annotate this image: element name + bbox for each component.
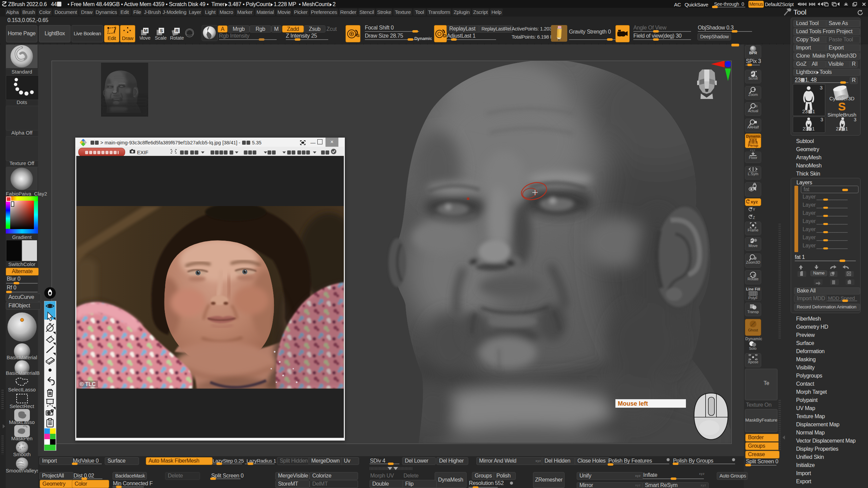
- svg-text:Scale: Scale: [155, 35, 166, 41]
- svg-text:Z: Z: [753, 216, 755, 220]
- svg-text:Move: Move: [140, 35, 151, 41]
- svg-text:3: 3: [821, 117, 823, 122]
- svg-text:3: 3: [854, 117, 856, 122]
- svg-text:3: 3: [820, 85, 823, 90]
- svg-text:x1: x1: [754, 104, 757, 108]
- svg-text:S: S: [160, 28, 163, 33]
- svg-text:Mouse left: Mouse left: [618, 400, 648, 407]
- svg-text:D: D: [443, 33, 446, 38]
- svg-text:M: M: [144, 28, 148, 33]
- svg-text:xyz: xyz: [751, 199, 758, 204]
- svg-text:Y: Y: [753, 207, 755, 211]
- svg-text:S: S: [838, 101, 846, 113]
- svg-text:S: S: [357, 33, 360, 38]
- svg-text:R: R: [175, 28, 179, 33]
- svg-text:© TLC: © TLC: [80, 381, 96, 387]
- svg-text:Rotate: Rotate: [170, 35, 184, 41]
